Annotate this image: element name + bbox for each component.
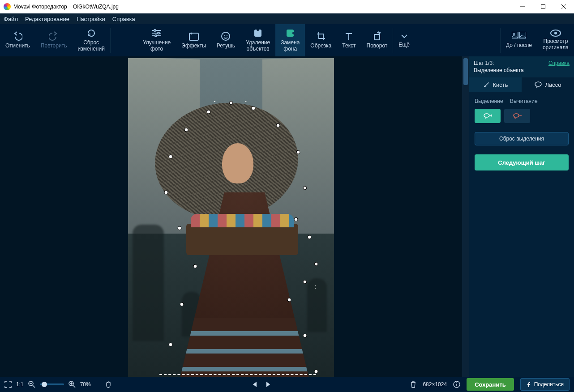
retouch-label: Ретушь [217,43,235,49]
minimize-button[interactable] [512,0,533,13]
reset-label: Сброс изменений [77,40,104,52]
redo-button[interactable]: Повторить [35,24,73,56]
reset-icon [86,28,96,38]
photo-canvas[interactable] [128,58,334,377]
svg-point-7 [154,30,156,31]
share-button[interactable]: Поделиться [520,378,570,391]
eye-icon [550,30,561,37]
puzzle-remove-icon [253,28,263,38]
remove-label: Удаление объектов [246,40,270,52]
window-title: Movavi Фоторедактор – OlGkOtWuZQA.jpg [13,4,119,10]
svg-point-11 [222,32,230,40]
close-button[interactable] [553,0,574,13]
svg-rect-10 [189,33,198,40]
svg-point-17 [292,32,295,34]
svg-point-23 [554,32,557,34]
svg-point-44 [535,82,541,86]
svg-line-50 [33,385,35,388]
tab-lasso-label: Лассо [545,81,561,88]
image-dimensions: 682×1024 [423,381,447,388]
next-step-button[interactable]: Следующий шаг [475,154,569,170]
next-image-icon[interactable] [266,381,271,388]
step-counter: Шаг 1/3: [474,60,524,67]
zoom-in-icon[interactable] [69,381,76,388]
tab-brush-label: Кисть [493,81,508,88]
svg-point-8 [158,32,159,34]
svg-rect-1 [541,5,545,9]
vertical-scrollbar[interactable] [462,56,469,377]
menubar: Файл Редактирование Настройки Справка [0,13,574,24]
brush-icon [483,81,490,88]
add-selection-button[interactable]: + [475,109,501,123]
crop-label: Обрезка [310,43,331,49]
canvas-area[interactable] [0,56,462,377]
app-logo-icon [4,3,11,10]
rotate-icon [372,31,382,41]
more-label: Ещё [398,42,410,48]
tab-lasso[interactable]: Лассо [522,77,574,92]
crop-button[interactable]: Обрезка [305,24,337,56]
menu-file[interactable]: Файл [4,16,18,22]
face-icon [221,31,231,41]
svg-point-12 [224,35,225,36]
info-icon[interactable] [453,381,460,388]
svg-point-58 [456,383,457,383]
maximize-button[interactable] [533,0,553,13]
svg-point-45 [484,114,489,117]
menu-edit[interactable]: Редактирование [25,16,69,22]
chevron-down-icon [400,32,408,40]
compare-icon [512,32,526,41]
trash-icon[interactable] [410,381,416,388]
text-button[interactable]: Текст [337,24,361,56]
before-after-button[interactable]: До / после [501,32,537,49]
menu-settings[interactable]: Настройки [77,16,105,22]
undo-button[interactable]: Отменить [0,24,35,56]
menu-help[interactable]: Справка [112,16,135,22]
svg-text:−: − [519,113,522,118]
prev-image-icon[interactable] [252,381,257,388]
step-title: Выделение объекта [474,67,524,74]
effects-button[interactable]: Эффекты [176,24,211,56]
view-original-label: Просмотр оригинала [543,38,569,51]
view-original-button[interactable]: Просмотр оригинала [537,30,574,51]
svg-point-15 [257,28,259,31]
share-label: Поделиться [534,381,564,388]
redo-label: Повторить [41,43,67,49]
hand-tool-icon[interactable] [105,380,112,388]
svg-text:+: + [490,113,492,118]
save-button[interactable]: Сохранить [467,378,514,391]
svg-point-47 [514,114,519,117]
label-subtract: Вычитание [510,98,538,104]
help-link[interactable]: Справка [548,60,570,66]
label-select: Выделение [475,98,503,104]
undo-label: Отменить [5,43,30,49]
replace-bg-label: Замена фона [281,40,300,52]
rotate-button[interactable]: Поворот [361,24,393,56]
before-after-label: До / после [506,43,532,49]
retouch-button[interactable]: Ретушь [211,24,240,56]
fit-actual-button[interactable]: 1:1 [16,381,24,388]
replace-bg-button[interactable]: Замена фона [275,24,305,56]
enhance-button[interactable]: Улучшение фото [137,24,176,56]
sliders-icon [151,28,162,38]
rotate-label: Поворот [367,43,388,49]
zoom-value: 70% [80,381,91,388]
titlebar: Movavi Фоторедактор – OlGkOtWuZQA.jpg [0,0,574,13]
more-button[interactable]: Ещё [393,24,415,56]
text-label: Текст [342,43,356,49]
svg-line-53 [73,385,75,388]
reset-selection-button[interactable]: Сброс выделения [475,132,569,145]
effects-label: Эффекты [181,43,206,49]
tab-brush[interactable]: Кисть [469,77,522,92]
enhance-label: Улучшение фото [143,40,171,52]
fullscreen-icon[interactable] [4,381,12,388]
remove-objects-button[interactable]: Удаление объектов [240,24,275,56]
side-panel: Шаг 1/3: Выделение объекта Справка Кисть… [469,56,574,377]
reset-changes-button[interactable]: Сброс изменений [72,24,110,56]
lasso-icon [534,81,542,88]
zoom-slider[interactable] [40,383,64,385]
zoom-out-icon[interactable] [28,381,35,388]
svg-point-9 [155,35,157,37]
undo-icon [13,31,22,41]
subtract-selection-button[interactable]: − [504,109,530,123]
